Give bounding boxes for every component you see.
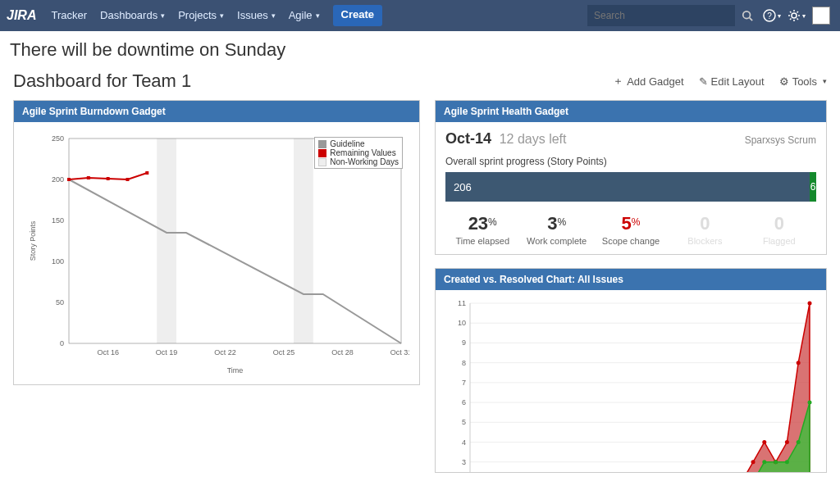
svg-point-66 [774,460,778,464]
svg-text:5: 5 [462,418,466,426]
svg-text:Oct 25: Oct 25 [273,348,295,356]
svg-text:Oct 22: Oct 22 [214,348,236,356]
created-resolved-gadget: Created vs. Resolved Chart: All Issues 2… [435,268,827,473]
svg-text:10: 10 [458,319,466,327]
sprint-health-gadget: Agile Sprint Health Gadget Oct-14 12 day… [435,100,827,255]
sprint-progress-subtitle: Overall sprint progress (Story Points) [445,156,816,167]
search-icon[interactable] [735,0,760,31]
sprint-board-name[interactable]: Sparxsys Scrum [745,134,816,146]
announcement-banner: There will be downtime on Sunday [0,31,840,66]
burndown-gadget: Agile Sprint Burndown Gadget 05010015020… [13,100,420,385]
svg-text:0: 0 [60,339,64,347]
burndown-chart: 050100150200250Oct 16Oct 19Oct 22Oct 25O… [24,130,409,376]
help-icon[interactable]: ?▾ [760,0,784,31]
stat-time-elapsed: 23% Time elapsed [445,213,519,246]
svg-point-0 [743,11,751,19]
svg-line-11 [790,19,792,20]
dashboard-title: Dashboard for Team 1 [13,70,191,92]
svg-text:?: ? [767,11,772,20]
svg-line-1 [750,18,753,21]
svg-line-10 [797,19,799,20]
svg-text:100: 100 [52,257,64,266]
sprint-progress-bar: 206 6 [445,172,816,202]
svg-text:Oct 19: Oct 19 [156,348,178,356]
svg-point-61 [797,361,801,365]
svg-text:Oct 28: Oct 28 [331,348,354,356]
pencil-icon: ✎ [699,75,708,88]
svg-line-12 [797,11,799,13]
nav-dashboards[interactable]: Dashboards▾ [94,0,171,31]
sprint-days-left: 12 days left [500,132,567,146]
svg-text:200: 200 [52,175,64,184]
settings-icon[interactable]: ▾ [784,0,809,31]
svg-text:7: 7 [462,379,466,387]
svg-rect-32 [145,171,148,175]
svg-text:250: 250 [52,134,64,143]
svg-point-60 [785,440,789,444]
sprint-health-title: Agile Sprint Health Gadget [436,101,826,122]
edit-layout-button[interactable]: ✎Edit Layout [699,74,765,89]
svg-text:50: 50 [56,298,64,306]
svg-point-4 [792,13,797,18]
burndown-gadget-title: Agile Sprint Burndown Gadget [14,101,419,122]
svg-line-9 [790,11,792,13]
nav-projects[interactable]: Projects▾ [171,0,231,31]
jira-logo: JIRA [7,8,36,23]
svg-text:Oct 31: Oct 31 [390,348,409,356]
add-gadget-button[interactable]: ＋Add Gadget [613,74,683,89]
nav-agile[interactable]: Agile▾ [282,0,326,31]
svg-rect-14 [294,138,313,343]
svg-point-69 [808,401,812,405]
svg-text:Story Points: Story Points [29,220,37,261]
dashboard-header: Dashboard for Team 1 ＋Add Gadget ✎Edit L… [0,66,840,100]
svg-rect-13 [157,138,176,343]
gear-icon: ⚙ [779,75,789,88]
top-nav: JIRA Tracker Dashboards▾ Projects▾ Issue… [0,0,840,31]
dashboard-column-left: Agile Sprint Burndown Gadget 05010015020… [13,100,420,486]
user-avatar[interactable] [809,0,833,31]
stat-work-complete: 3% Work complete [519,213,593,246]
stat-blockers: 0 Blockers [668,213,742,246]
svg-text:Oct 16: Oct 16 [97,348,119,356]
svg-point-68 [797,440,801,444]
created-resolved-chart: 234567891011 [445,298,815,472]
sprint-progress-value: 206 [454,181,472,193]
svg-text:150: 150 [52,216,64,225]
svg-rect-31 [126,178,129,181]
svg-text:Time: Time [227,366,244,375]
svg-rect-28 [67,178,71,181]
sprint-progress-done: 6 [810,172,816,202]
svg-text:9: 9 [462,338,466,347]
stat-flagged: 0 Flagged [742,213,816,246]
burndown-legend: Guideline Remaining Values Non-Working D… [314,137,403,169]
create-button[interactable]: Create [333,5,382,26]
svg-point-58 [762,440,766,444]
search-input[interactable] [587,5,735,26]
nav-issues[interactable]: Issues▾ [231,0,282,31]
svg-point-62 [808,302,812,306]
svg-text:4: 4 [462,438,466,447]
stat-scope-change: 5% Scope change [594,213,668,246]
sprint-date: Oct-14 [445,130,491,147]
svg-point-65 [762,460,766,464]
svg-text:6: 6 [462,398,466,406]
nav-tracker[interactable]: Tracker [44,0,94,31]
svg-text:11: 11 [458,299,466,307]
svg-rect-29 [87,176,90,179]
plus-icon: ＋ [613,74,623,89]
created-resolved-title: Created vs. Resolved Chart: All Issues [436,269,826,290]
svg-point-57 [751,460,756,464]
svg-rect-30 [107,177,110,180]
svg-text:3: 3 [462,458,466,466]
tools-button[interactable]: ⚙Tools▾ [779,74,827,89]
svg-text:8: 8 [462,359,466,367]
dashboard-column-right: Agile Sprint Health Gadget Oct-14 12 day… [435,100,827,486]
svg-point-67 [785,460,789,464]
